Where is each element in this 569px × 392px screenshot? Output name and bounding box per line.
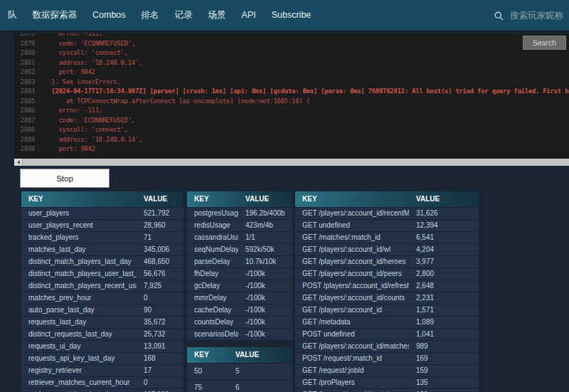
log-line-number: 2879 [14, 39, 44, 49]
table-row: parseDelay 10.7k/10k [187, 256, 292, 267]
log-line-text: [2024-04-17T17:16:34.967Z] [parser] [cra… [44, 87, 569, 97]
table-row: requests_api_key_last_day 168 [21, 353, 184, 364]
log-line-number: 2889 [14, 135, 44, 145]
row-key: requests_ui_day [21, 341, 137, 352]
table-row: 50 5 [187, 364, 292, 379]
row-key: scenariosDelay [187, 329, 238, 340]
row-key: GET /players/:account_id/counts [295, 292, 409, 304]
scroll-left-arrow-icon[interactable] [14, 159, 23, 166]
row-value: 13,091 [137, 341, 184, 352]
row-value: 10.7k/10k [238, 256, 292, 267]
row-key: GET /players/:account_id [295, 304, 409, 316]
row-value: 521,792 [137, 208, 184, 219]
player-search[interactable]: 搜索玩家昵称 [494, 0, 569, 32]
nav-item[interactable]: 记录 [167, 0, 201, 31]
table-header-row: KEY VALUE [187, 347, 292, 363]
table-row: requests_ui_day 13,091 [21, 341, 184, 352]
log-line-text: syscall: 'connect', [44, 48, 128, 58]
stop-button[interactable]: Stop [20, 169, 110, 188]
log-line: 2890 port: 9042 [14, 144, 569, 154]
row-key: GET /matches/:match_id [295, 232, 409, 243]
row-value: 168 [137, 353, 184, 364]
row-value: 7,925 [137, 280, 184, 292]
log-line-text: code: 'ECONNREFUSED', [44, 39, 135, 49]
nav-item[interactable]: 数据探索器 [25, 0, 85, 31]
table-row: GET /players/:account_id/wl 4,204 [295, 244, 479, 255]
table-row: matches_prev_hour 0 [21, 292, 184, 304]
row-value: 28,960 [137, 220, 184, 231]
table-row: GET /players/:account_id/matches 989 [295, 341, 479, 352]
row-key: requests_last_day [21, 317, 137, 328]
nav-item[interactable]: Subscribe [264, 0, 319, 31]
row-key: GET /request/:jobId [295, 365, 409, 376]
row-key: GET /players/:account_id/recentMatches [295, 208, 409, 219]
row-key: retriever_matches_last_day [21, 389, 137, 392]
row-key: GET undefined [295, 220, 409, 231]
log-line-text: address: '10.240.0.14', [44, 135, 142, 145]
row-value: 117,300 [137, 389, 184, 392]
row-key: auto_parse_last_day [21, 304, 137, 316]
log-line: 2878 errno: -111, [14, 33, 569, 39]
log-line-text: port: 9042 [44, 144, 95, 154]
table-row: GET /players/:account_id/counts 2,231 [295, 292, 479, 304]
row-value: 423m/4b [238, 220, 292, 231]
table-row: 75 6 [187, 380, 292, 392]
table-row: countsDelay -/100k [187, 317, 292, 328]
horizontal-scrollbar[interactable] [14, 159, 569, 166]
table-row: GET undefined 12,394 [295, 220, 479, 231]
table-row: distinct_match_players_last_day 468,650 [21, 256, 184, 267]
row-key: distinct_match_players_recent_user_last_… [21, 280, 137, 292]
table-row: mmrDelay -/100k [187, 292, 292, 304]
row-key: requests_api_key_last_day [21, 353, 137, 364]
search-placeholder: 搜索玩家昵称 [510, 10, 563, 22]
row-value: 6 [228, 380, 292, 392]
log-line: 2883 }. See innerErrors. [14, 78, 569, 88]
row-key: POST undefined [295, 329, 409, 340]
row-value: 0 [137, 377, 184, 388]
row-key: GET /players/:account_id/peers [295, 268, 409, 280]
row-value: 90 [137, 304, 184, 316]
row-value: -/100k [238, 292, 292, 304]
table-row: fhDelay -/100k [187, 268, 292, 280]
row-value: 989 [409, 341, 479, 352]
row-value: -/100k [238, 329, 292, 340]
log-line-text: code: 'ECONNREFUSED', [44, 116, 135, 126]
table-row: GET /players/:account_id 1,571 [295, 304, 479, 316]
log-line-number: 2881 [14, 58, 44, 68]
nav-item[interactable]: Combos [85, 0, 134, 31]
row-value: 35,672 [137, 317, 184, 328]
value-header: VALUE [137, 191, 184, 207]
row-value: 592k/50k [238, 244, 292, 255]
log-line-text: at TCPConnectWrap.afterConnect [as oncom… [44, 97, 310, 107]
log-line: 2884 [2024-04-17T17:16:34.967Z] [parser]… [14, 87, 569, 97]
row-value: 169 [409, 353, 479, 364]
row-key: gcDelay [187, 280, 238, 292]
row-value: 4,204 [409, 244, 479, 255]
nav-item[interactable]: 队 [0, 0, 25, 31]
table-row: redisUsage 423m/4b [187, 220, 292, 231]
nav-item[interactable]: 场景 [201, 0, 234, 31]
health-table: KEY VALUE postgresUsage 196.2b/400b redi… [187, 191, 292, 341]
table-row: matches_last_day 345,006 [21, 244, 184, 255]
table-row: retriever_matches_current_hour 0 [21, 377, 184, 388]
log-line-text: port: 9042 [44, 68, 95, 78]
nav-item[interactable]: 排名 [134, 0, 167, 31]
nav-item[interactable]: API [234, 0, 264, 31]
table-row: retriever_matches_last_day 117,300 [21, 389, 184, 392]
row-value: 345,006 [137, 244, 184, 255]
row-key: registry_retriever [21, 365, 137, 376]
row-value: 2,648 [409, 280, 479, 292]
row-key: GET /players/:account_id/matches [295, 341, 409, 352]
table-header-row: KEY VALUE [187, 191, 292, 207]
log-panel[interactable]: 2878 errno: -111, 2879 code: 'ECONNREFUS… [14, 33, 569, 159]
table-row: requests_last_day 35,672 [21, 317, 184, 328]
table-row: GET /players/:account_id/heroes 3,977 [295, 256, 479, 267]
row-key: GET /players/:account_id/heroes [295, 256, 409, 267]
row-key: seqNumDelay [187, 244, 238, 255]
log-line-number: 2885 [14, 97, 44, 107]
search-button[interactable]: Search [523, 36, 566, 50]
row-value: 3,977 [409, 256, 479, 267]
row-key: GET /proPlayers [295, 377, 409, 388]
load-table: KEY VALUE 50 5 75 6 [187, 346, 292, 392]
row-key: user_players [21, 208, 137, 219]
